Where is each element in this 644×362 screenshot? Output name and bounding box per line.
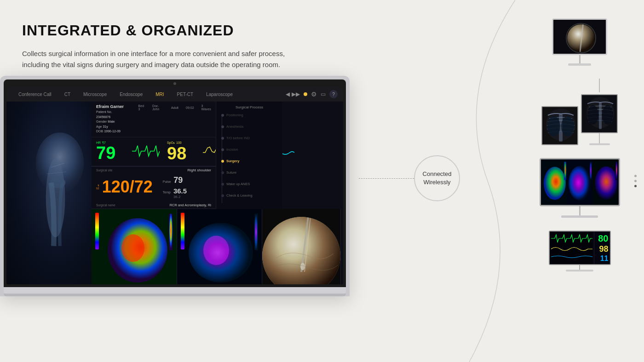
svg-point-35 bbox=[544, 167, 566, 200]
vitals-rr-display: 11 bbox=[596, 255, 609, 263]
xray-right bbox=[581, 79, 618, 145]
nav-laparoscope[interactable]: Laparoscope bbox=[200, 92, 239, 97]
mri-display-panel-2 bbox=[567, 159, 592, 205]
bp-small-vitals: Pulse 79 Temp 36.5 36.2 bbox=[163, 175, 187, 199]
scope-image bbox=[262, 217, 340, 285]
laptop-bezel: Conference Call CT Microscope Endoscope … bbox=[4, 79, 346, 287]
svg-rect-31 bbox=[599, 102, 602, 129]
nav-controls: ◀ ▶▶ ⚙ ▭ ? bbox=[286, 90, 338, 98]
dotted-connection-line bbox=[359, 178, 414, 179]
laptop-mockup: Conference Call CT Microscope Endoscope … bbox=[0, 76, 350, 296]
mri-image-1 bbox=[92, 209, 177, 285]
xray-panel bbox=[6, 102, 92, 284]
page-title: Integrated & Organized bbox=[22, 22, 381, 39]
patient-details: Patient No. 23456876 Gender Male Age 31y… bbox=[96, 110, 125, 134]
xray-image-right bbox=[582, 95, 618, 133]
vitals-monitor: 80 98 11 bbox=[549, 231, 611, 272]
xray-stand-2 bbox=[599, 133, 600, 143]
dot-nav-3[interactable] bbox=[634, 185, 637, 187]
right-devices-section: 80 98 11 bbox=[529, 18, 630, 272]
temp-sub: 36.2 bbox=[173, 195, 187, 199]
surgical-ui: Efraim Garner Patient No. 23456876 Gende… bbox=[6, 102, 343, 284]
spo2-block: SpO₂ 100 98 bbox=[167, 141, 199, 162]
mri-monitor-base bbox=[561, 215, 598, 218]
nav-mri[interactable]: MRI bbox=[149, 92, 170, 97]
nav-bar: Conference Call CT Microscope Endoscope … bbox=[6, 87, 343, 102]
xray-frame-left bbox=[541, 106, 578, 145]
vitals-spo2-display: 98 bbox=[596, 244, 609, 254]
xray-background bbox=[6, 102, 92, 284]
process-title: Surgical Process bbox=[220, 105, 279, 109]
xray-frame-right bbox=[581, 94, 618, 133]
process-dot-positioning bbox=[221, 114, 224, 117]
process-label-anesthesia: Anesthesia bbox=[226, 124, 243, 129]
camera-dot bbox=[173, 82, 176, 85]
svg-rect-8 bbox=[169, 214, 172, 250]
surgical-name-label: Surgical name bbox=[96, 204, 115, 207]
bp-value: 120/72 bbox=[102, 179, 153, 195]
laptop-base bbox=[4, 287, 346, 294]
hr-block: HR ¶7 79 bbox=[96, 141, 128, 162]
dot-nav-2[interactable] bbox=[634, 180, 637, 182]
endoscope-content bbox=[553, 20, 607, 55]
xray-image-left bbox=[542, 107, 578, 145]
xray-pair bbox=[541, 79, 618, 145]
mri-panel-1 bbox=[92, 209, 177, 285]
patient-name: Efraim Garner bbox=[96, 104, 125, 109]
nav-ct[interactable]: CT bbox=[58, 92, 77, 97]
temp-value: 36.5 bbox=[173, 187, 187, 195]
pulse-value: 79 bbox=[173, 175, 183, 185]
mri-large-screen bbox=[540, 158, 620, 206]
process-item-surgery: Surgery bbox=[226, 159, 279, 163]
endoscope-screen bbox=[552, 18, 607, 55]
xray-base-2 bbox=[589, 143, 610, 145]
vitals-hr-display: 80 bbox=[596, 233, 609, 244]
nav-microscope[interactable]: Microscope bbox=[77, 92, 113, 97]
vitals-monitor-neck bbox=[579, 265, 580, 270]
process-label-suture: Suture bbox=[226, 170, 236, 175]
dot-nav-1[interactable] bbox=[634, 175, 637, 177]
vitals-numbers-panel: 80 98 11 bbox=[594, 232, 610, 264]
svg-point-38 bbox=[569, 166, 591, 201]
mri-display-panel-3 bbox=[592, 159, 618, 205]
mri-display-panel-1 bbox=[541, 159, 567, 205]
mri-display-2-content bbox=[567, 159, 592, 205]
vitals-monitor-base bbox=[566, 270, 593, 272]
surgical-site-row: Surgical site Right shoulder bbox=[92, 166, 216, 174]
svg-point-27 bbox=[547, 116, 560, 136]
bp-row: ¶ 52 120/72 Pulse 79 bbox=[92, 174, 216, 202]
hr-value: 79 bbox=[96, 144, 115, 162]
mri-monitor-neck bbox=[579, 206, 581, 215]
svg-rect-42 bbox=[615, 162, 618, 180]
process-item-incision: Incision bbox=[226, 147, 279, 152]
nav-conference-call[interactable]: Conference Call bbox=[12, 92, 58, 97]
nav-endoscope[interactable]: Endoscope bbox=[113, 92, 149, 97]
page-subtitle: Collects surgical information in one int… bbox=[22, 48, 316, 70]
vitals-ecg-content bbox=[551, 233, 592, 265]
surgical-name-value: RCR and Acromioplasty, Ri bbox=[170, 203, 211, 207]
process-dot-to bbox=[221, 137, 224, 140]
mri-display-3-content bbox=[592, 159, 618, 205]
laptop-screen: Conference Call CT Microscope Endoscope … bbox=[6, 87, 343, 284]
svg-point-41 bbox=[595, 166, 618, 200]
connected-wirelessly-container: ConnectedWirelessly bbox=[359, 155, 460, 201]
svg-point-17 bbox=[300, 263, 305, 270]
process-dot-check bbox=[221, 194, 224, 197]
monitor-base-1 bbox=[568, 63, 591, 66]
xray-left bbox=[541, 106, 578, 145]
svg-rect-12 bbox=[254, 214, 258, 250]
svg-rect-36 bbox=[564, 162, 566, 180]
mri-display-1-content bbox=[541, 159, 567, 205]
nav-pet-ct[interactable]: PET-CT bbox=[171, 92, 200, 97]
vitals-row: HR ¶7 79 bbox=[92, 137, 216, 166]
spo2-value: 98 bbox=[167, 145, 186, 162]
vitals-screen: 80 98 11 bbox=[549, 231, 611, 265]
process-dot-incision bbox=[221, 148, 224, 151]
scope-panel bbox=[262, 209, 340, 285]
surgical-site-label: Surgical site bbox=[96, 169, 112, 172]
svg-point-11 bbox=[203, 236, 229, 265]
vitals-ecg-panel bbox=[550, 232, 594, 264]
process-label-to: T/O before IND bbox=[226, 136, 250, 140]
surgical-site-value: Right shoulder bbox=[187, 168, 211, 172]
svg-point-32 bbox=[587, 105, 598, 124]
